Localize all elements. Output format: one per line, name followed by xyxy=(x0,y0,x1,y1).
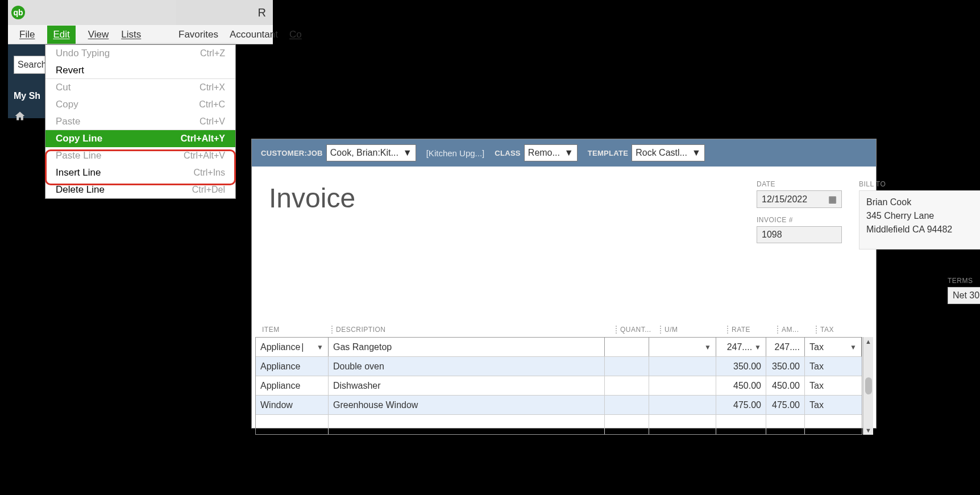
menu-revert[interactable]: Revert xyxy=(45,62,235,79)
invoice-window: CUSTOMER:JOB Cook, Brian:Kit...▼ [Kitche… xyxy=(251,139,877,429)
chevron-down-icon[interactable]: ▼ xyxy=(317,343,323,351)
cell-amount[interactable]: 475.00 xyxy=(766,396,805,414)
menu-insert-line[interactable]: Insert LineCtrl+Ins xyxy=(45,164,235,181)
col-tax[interactable]: TAX xyxy=(816,326,873,334)
chevron-down-icon[interactable]: ▼ xyxy=(850,343,857,351)
cell-qty[interactable] xyxy=(605,357,649,376)
class-label: CLASS xyxy=(495,149,521,157)
scroll-down-icon[interactable]: ▼ xyxy=(865,427,871,434)
qb-logo-icon: qb xyxy=(11,6,25,19)
scroll-thumb[interactable] xyxy=(865,377,872,394)
cell-rate[interactable]: 450.00 xyxy=(716,376,766,395)
invoice-toolbar: CUSTOMER:JOB Cook, Brian:Kit...▼ [Kitche… xyxy=(252,139,876,167)
menu-co[interactable]: Co xyxy=(289,29,302,40)
table-row-empty[interactable] xyxy=(256,415,862,434)
home-icon[interactable] xyxy=(14,110,26,122)
cell-um[interactable] xyxy=(649,376,716,395)
cell-tax[interactable]: Tax▼ xyxy=(805,338,862,356)
menu-delete-line[interactable]: Delete LineCtrl+Del xyxy=(45,181,235,198)
cell-desc[interactable]: Dishwasher xyxy=(329,376,605,395)
menu-accountant[interactable]: Accountant xyxy=(230,29,278,40)
titlebar: qb xyxy=(8,0,181,25)
date-field[interactable]: 12/15/2022 ▦ xyxy=(757,190,842,208)
menu-edit[interactable]: Edit xyxy=(47,26,75,44)
customer-job-label: CUSTOMER:JOB xyxy=(261,149,323,157)
window-title-fragment: R xyxy=(258,6,266,19)
date-label: DATE xyxy=(757,180,842,188)
col-description[interactable]: DESCRIPTION xyxy=(331,326,616,334)
chevron-down-icon: ▼ xyxy=(564,148,574,158)
col-item[interactable]: ITEM xyxy=(259,326,331,334)
scrollbar[interactable]: ▲ ▼ xyxy=(863,337,873,435)
col-rate[interactable]: RATE xyxy=(727,326,777,334)
cell-qty[interactable] xyxy=(605,376,649,395)
table-row[interactable]: Appliance Dishwasher 450.00 450.00 Tax xyxy=(256,376,862,396)
col-amount[interactable]: AM... xyxy=(777,326,816,334)
menu-cut[interactable]: CutCtrl+X xyxy=(45,79,235,96)
cell-rate[interactable]: 475.00 xyxy=(716,396,766,414)
calendar-icon[interactable]: ▦ xyxy=(828,194,837,205)
menu-lists[interactable]: Lists xyxy=(121,29,141,40)
cell-tax[interactable]: Tax xyxy=(805,376,862,395)
cell-item[interactable]: Appliance xyxy=(256,376,329,395)
terms-label: TERMS xyxy=(948,277,980,285)
template-label: TEMPLATE xyxy=(588,149,629,157)
cell-desc[interactable]: Double oven xyxy=(329,357,605,376)
template-combo[interactable]: Rock Castl...▼ xyxy=(632,144,705,161)
cell-desc[interactable]: Greenhouse Window xyxy=(329,396,605,414)
menu-paste[interactable]: PasteCtrl+V xyxy=(45,113,235,130)
line-items-table: ITEM DESCRIPTION QUANT... U/M RATE AM...… xyxy=(255,322,873,435)
col-um[interactable]: U/M xyxy=(660,326,727,334)
billto-address[interactable]: Brian Cook 345 Cherry Lane Middlefield C… xyxy=(859,190,980,249)
cell-amount[interactable]: 247.... xyxy=(766,338,805,356)
cell-rate[interactable]: 247....▼ xyxy=(716,338,766,356)
chevron-down-icon: ▼ xyxy=(692,148,701,158)
line-items-header: ITEM DESCRIPTION QUANT... U/M RATE AM...… xyxy=(255,322,873,337)
job-link[interactable]: [Kitchen Upg...] xyxy=(426,148,485,158)
invoice-no-field[interactable]: 1098 xyxy=(757,226,842,243)
menu-file[interactable]: File xyxy=(19,29,35,40)
menubar: File Edit View Lists xyxy=(8,25,181,44)
cell-tax[interactable]: Tax xyxy=(805,357,862,376)
line-items-body: Appliance|▼ Gas Rangetop ▼ 247....▼ 247.… xyxy=(255,337,862,435)
menu-favorites[interactable]: Favorites xyxy=(178,29,218,40)
title-menubar-fragment: R Favorites Accountant Co xyxy=(176,0,273,44)
menu-copy-line[interactable]: Copy LineCtrl+Alt+Y xyxy=(45,130,235,147)
menu-copy[interactable]: CopyCtrl+C xyxy=(45,96,235,113)
billto-label: BILL TO xyxy=(859,180,980,188)
chevron-down-icon[interactable]: ▼ xyxy=(704,343,711,351)
menu-view[interactable]: View xyxy=(88,29,109,40)
invoice-no-label: INVOICE # xyxy=(757,216,842,224)
cell-rate[interactable]: 350.00 xyxy=(716,357,766,376)
table-row[interactable]: Window Greenhouse Window 475.00 475.00 T… xyxy=(256,396,862,415)
cell-um[interactable] xyxy=(649,357,716,376)
menu-undo[interactable]: Undo TypingCtrl+Z xyxy=(45,45,235,62)
cell-amount[interactable]: 350.00 xyxy=(766,357,805,376)
menu-paste-line[interactable]: Paste LineCtrl+Alt+V xyxy=(45,147,235,164)
chevron-down-icon: ▼ xyxy=(403,148,412,158)
cell-item[interactable]: Appliance xyxy=(256,357,329,376)
cell-item[interactable]: Window xyxy=(256,396,329,414)
edit-dropdown: Undo TypingCtrl+Z Revert CutCtrl+X CopyC… xyxy=(45,44,236,199)
cell-tax[interactable]: Tax xyxy=(805,396,862,414)
cell-qty[interactable] xyxy=(605,338,649,356)
table-row[interactable]: Appliance|▼ Gas Rangetop ▼ 247....▼ 247.… xyxy=(256,338,862,357)
terms-combo[interactable]: Net 30▼ xyxy=(948,287,980,304)
cell-item[interactable]: Appliance|▼ xyxy=(256,338,329,356)
cell-um[interactable]: ▼ xyxy=(649,338,716,356)
search-input[interactable]: Search xyxy=(14,56,47,74)
cell-desc[interactable]: Gas Rangetop xyxy=(329,338,605,356)
customer-job-combo[interactable]: Cook, Brian:Kit...▼ xyxy=(326,144,416,161)
cell-qty[interactable] xyxy=(605,396,649,414)
col-quantity[interactable]: QUANT... xyxy=(616,326,660,334)
cell-um[interactable] xyxy=(649,396,716,414)
chevron-down-icon[interactable]: ▼ xyxy=(754,343,761,351)
scroll-up-icon[interactable]: ▲ xyxy=(865,338,871,345)
table-row[interactable]: Appliance Double oven 350.00 350.00 Tax xyxy=(256,357,862,376)
class-combo[interactable]: Remo...▼ xyxy=(524,144,578,161)
cell-amount[interactable]: 450.00 xyxy=(766,376,805,395)
